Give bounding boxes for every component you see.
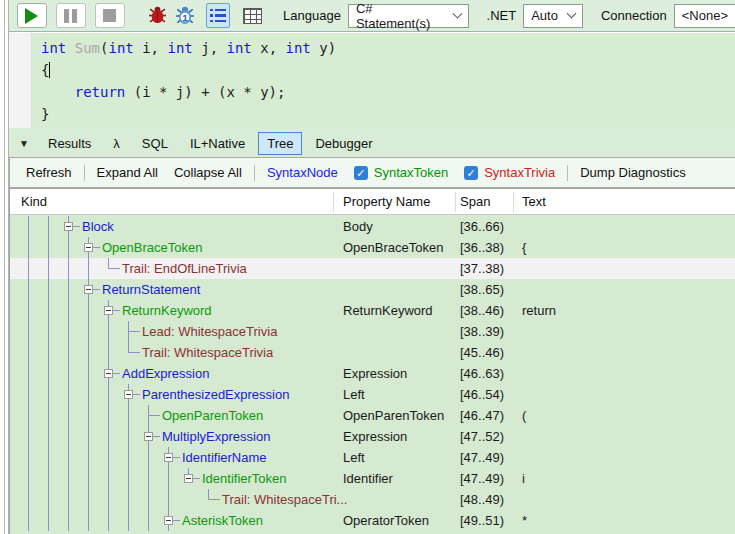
tab-sql[interactable]: SQL [133, 132, 177, 155]
code-token: int [286, 40, 311, 56]
collapse-node-box[interactable] [164, 516, 173, 525]
tree-row[interactable]: IdentifierNameLeft[47..49) [10, 447, 735, 468]
code-token: int [227, 40, 252, 56]
tree-guide-line [48, 468, 49, 489]
tab-results[interactable]: Results [39, 132, 100, 155]
data-grid-results-button[interactable] [240, 3, 265, 28]
kind-cell: IdentifierName [182, 447, 267, 468]
tree-row[interactable]: AsteriskTokenOperatorToken[49..51)* [10, 510, 735, 531]
collapse-node-box[interactable] [64, 222, 73, 231]
tree-guide-line [88, 468, 89, 489]
tree-guide-line [88, 363, 89, 384]
language-dropdown[interactable]: C# Statement(s) [348, 4, 469, 28]
tree-connector [173, 457, 180, 458]
syntax-token-checkbox[interactable]: ✓ [354, 166, 368, 180]
refresh-button[interactable]: Refresh [26, 165, 72, 180]
tree-guide-line [28, 300, 29, 321]
collapse-node-box[interactable] [84, 285, 93, 294]
connection-dropdown[interactable]: <None> [674, 4, 735, 28]
tree-connector [173, 520, 180, 521]
span-cell: [46..54) [460, 384, 504, 405]
tree-guide-line [88, 300, 89, 321]
column-separator[interactable] [513, 192, 514, 212]
tree-guide-line [28, 237, 29, 258]
column-header-text: Text [522, 189, 546, 215]
property-cell: Body [343, 216, 373, 237]
tab-tree[interactable]: Tree [258, 132, 302, 155]
tree-guide-line [108, 342, 109, 363]
tree-guide-line [88, 510, 89, 531]
rich-text-results-button[interactable] [206, 3, 231, 28]
expand-all-button[interactable]: Expand All [97, 165, 158, 180]
tree-guide-line [108, 405, 109, 426]
tree-guide-line [68, 510, 69, 531]
tree-row[interactable]: Trail: EndOfLineTrivia[37..38) [10, 258, 735, 279]
collapse-node-box[interactable] [104, 369, 113, 378]
tree-guide-line [108, 384, 109, 405]
syntax-node-label[interactable]: SyntaxNode [267, 165, 338, 180]
span-cell: [38..65) [460, 279, 504, 300]
tree-row[interactable]: AddExpressionExpression[46..63) [10, 363, 735, 384]
syntax-trivia-label[interactable]: SyntaxTrivia [484, 165, 555, 180]
list-view-icon [210, 9, 226, 23]
stop-icon [103, 9, 116, 22]
tree-row[interactable]: Lead: WhitespaceTrivia[38..39) [10, 321, 735, 342]
collapse-node-box[interactable] [184, 474, 193, 483]
tree-guide-line [48, 258, 49, 279]
collapse-node-box[interactable] [124, 390, 133, 399]
dump-diagnostics-button[interactable]: Dump Diagnostics [580, 165, 686, 180]
code-line: return (i * j) + (x * y); [41, 81, 735, 103]
collapse-node-box[interactable] [104, 306, 113, 315]
tree-row[interactable]: ReturnStatement[38..65) [10, 279, 735, 300]
property-cell: Expression [343, 363, 407, 384]
tree-guide-line [28, 258, 29, 279]
tab--[interactable]: λ [104, 132, 129, 155]
syntax-tree-table: Kind Property Name Span Text BlockBody[3… [9, 188, 735, 534]
tree-connector [129, 352, 140, 353]
debug-button[interactable]: 1 [174, 5, 196, 27]
tree-guide-line [108, 489, 109, 510]
linqpad-window: 1 Language C# Statement(s) .NET Auto Con… [0, 0, 735, 534]
debug-bug-1-icon: 1 [174, 5, 196, 27]
tree-guide-line [48, 216, 49, 237]
editor-gutter [9, 33, 32, 128]
code-text-area[interactable]: int Sum(int i, int j, int x, int y){ ret… [32, 33, 735, 128]
collapse-node-box[interactable] [164, 453, 173, 462]
tab-debugger[interactable]: Debugger [306, 132, 381, 155]
collapse-all-button[interactable]: Collapse All [174, 165, 242, 180]
pause-button[interactable] [56, 3, 86, 28]
span-cell: [48..49) [460, 489, 504, 510]
tab-il-native[interactable]: IL+Native [181, 132, 254, 155]
tree-row[interactable]: ReturnKeywordReturnKeyword[38..46)return [10, 300, 735, 321]
tree-connector [93, 247, 100, 248]
stop-button[interactable] [95, 3, 125, 28]
dotnet-version-dropdown[interactable]: Auto [523, 4, 583, 28]
bug-button[interactable] [147, 5, 168, 26]
run-button[interactable] [17, 3, 47, 28]
tree-row[interactable]: Trail: WhitespaceTrivia[45..46) [10, 342, 735, 363]
tree-row[interactable]: BlockBody[36..66) [10, 216, 735, 237]
tree-row[interactable]: IdentifierTokenIdentifier[47..49)i [10, 468, 735, 489]
collapse-node-box[interactable] [144, 432, 153, 441]
property-cell: OperatorToken [343, 510, 429, 531]
tree-guide-line [148, 510, 149, 531]
collapse-node-box[interactable] [84, 243, 93, 252]
tree-row[interactable]: MultiplyExpressionExpression[47..52) [10, 426, 735, 447]
chevron-down-icon [566, 9, 576, 19]
tree-guide-line [48, 447, 49, 468]
tree-guide-line [28, 468, 29, 489]
tree-row[interactable]: ParenthesizedExpressionLeft[46..54) [10, 384, 735, 405]
column-separator[interactable] [333, 192, 334, 212]
tree-row[interactable]: OpenBraceTokenOpenBraceToken[36..38){ [10, 237, 735, 258]
tree-guide-line [28, 321, 29, 342]
tree-guide-line [28, 447, 29, 468]
tree-connector [113, 373, 120, 374]
column-separator[interactable] [455, 192, 456, 212]
syntax-token-label[interactable]: SyntaxToken [374, 165, 448, 180]
language-value: C# Statement(s) [356, 1, 444, 31]
tree-row[interactable]: Trail: WhitespaceTri...[48..49) [10, 489, 735, 510]
syntax-trivia-checkbox[interactable]: ✓ [464, 166, 478, 180]
collapse-panel-icon[interactable]: ▼ [19, 138, 35, 149]
tree-row[interactable]: OpenParenTokenOpenParenToken[46..47)( [10, 405, 735, 426]
span-cell: [49..51) [460, 510, 504, 531]
